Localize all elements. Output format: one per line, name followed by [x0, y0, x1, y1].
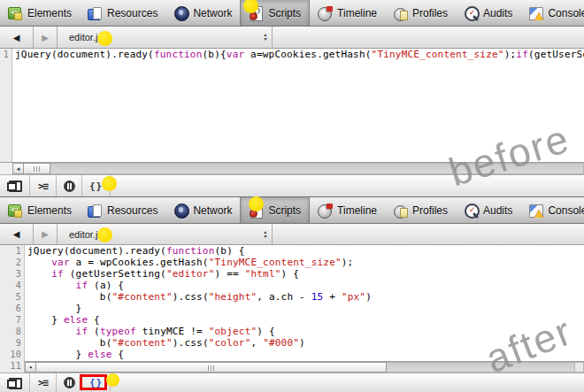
code-line: 8 if (typeof tinyMCE != "object") { — [0, 326, 584, 337]
tab-console[interactable]: Console — [520, 197, 584, 223]
resources-icon — [88, 6, 103, 20]
forward-icon: ▶ — [42, 229, 49, 239]
back-button[interactable]: ◀ — [0, 27, 33, 48]
tab-label: Audits — [483, 204, 512, 217]
devtools-panel-before: ElementsResourcesNetworkScriptsTimelineP… — [0, 0, 584, 196]
resources-icon — [88, 204, 103, 218]
tab-label: Console — [548, 204, 584, 217]
code-text: } — [24, 303, 81, 314]
dock-side-button[interactable] — [0, 175, 29, 196]
scrollbar-thumb[interactable] — [24, 163, 50, 174]
line-number[interactable]: 7 — [0, 314, 24, 326]
scrollbar-thumb[interactable] — [36, 362, 387, 373]
code-text: jQuery(document).ready(function(b){var a… — [12, 49, 584, 60]
tab-label: Profiles — [412, 204, 448, 217]
scrollbar-left-arrow[interactable]: ◂ — [25, 362, 36, 373]
tab-resources[interactable]: Resources — [80, 197, 165, 223]
audits-icon — [464, 204, 479, 218]
file-selector[interactable]: editor.js ▴▾ — [58, 224, 272, 244]
line-number[interactable]: 8 — [0, 326, 24, 337]
curly-braces-icon: {} — [89, 181, 103, 192]
pause-on-exceptions-button[interactable] — [57, 373, 81, 392]
tab-label: Elements — [27, 204, 72, 217]
code-line: 1jQuery(document).ready(function(b) { — [0, 245, 584, 257]
source-code-viewer[interactable]: 1jQuery(document).ready(function(b) {2 v… — [0, 245, 584, 373]
dock-side-button[interactable] — [0, 373, 29, 392]
tab-label: Scripts — [268, 7, 301, 19]
script-file-bar: ◀ ▶ editor.js ▴▾ — [0, 224, 584, 245]
tab-timeline[interactable]: Timeline — [310, 197, 385, 223]
annotation-dot-pretty-print-before — [102, 176, 117, 191]
code-text: b("#content").css("height", a.ch - 15 + … — [24, 291, 372, 303]
tab-label: Scripts — [268, 204, 301, 217]
tab-label: Elements — [27, 7, 72, 19]
devtools-tab-bar: ElementsResourcesNetworkScriptsTimelineP… — [0, 0, 584, 27]
tab-resources[interactable]: Resources — [80, 0, 165, 26]
profiles-icon — [393, 204, 408, 218]
scrollbar-corner — [575, 362, 584, 373]
tab-timeline[interactable]: Timeline — [310, 0, 385, 26]
tab-audits[interactable]: Audits — [456, 197, 520, 223]
console-icon — [528, 204, 543, 218]
code-text: if (typeof tinyMCE != "object") { — [24, 326, 275, 337]
elements-icon — [8, 6, 23, 20]
tab-label: Resources — [107, 204, 158, 217]
file-select-spinner-icon: ▴▾ — [264, 33, 266, 42]
forward-button[interactable]: ▶ — [34, 224, 57, 244]
code-text: var a = wpCookies.getHash("TinyMCE_conte… — [24, 257, 353, 268]
source-code-viewer[interactable]: 1jQuery(document).ready(function(b){var … — [0, 49, 584, 162]
tab-profiles[interactable]: Profiles — [385, 197, 456, 223]
code-line: 7 } else { — [0, 314, 584, 326]
tab-elements[interactable]: Elements — [0, 197, 80, 223]
line-number[interactable]: 10 — [0, 349, 24, 360]
tab-network[interactable]: Network — [165, 197, 240, 223]
tab-audits[interactable]: Audits — [456, 0, 520, 26]
tab-console[interactable]: Console — [520, 0, 584, 26]
back-icon: ◀ — [13, 33, 20, 42]
elements-icon — [8, 204, 23, 218]
tab-profiles[interactable]: Profiles — [385, 0, 456, 26]
timeline-icon — [318, 204, 333, 218]
line-number[interactable]: 6 — [0, 303, 24, 314]
devtools-before-after-comparison: ElementsResourcesNetworkScriptsTimelineP… — [0, 0, 584, 392]
dock-icon — [7, 378, 22, 388]
tab-label: Profiles — [412, 7, 448, 19]
scrollbar-track[interactable] — [50, 163, 584, 174]
file-bar-spacer — [273, 27, 584, 48]
pause-on-exceptions-button[interactable] — [57, 175, 81, 196]
scrollbar-left-arrow[interactable]: ◂ — [12, 163, 24, 174]
annotation-dot-file-name-after — [97, 227, 112, 242]
scrollbar-track[interactable] — [387, 362, 575, 373]
horizontal-scrollbar: ◂ — [25, 361, 584, 373]
file-select-spinner-icon: ▴▾ — [264, 230, 266, 239]
forward-button[interactable]: ▶ — [34, 27, 57, 48]
network-icon — [173, 6, 188, 20]
console-icon — [528, 6, 543, 20]
tab-elements[interactable]: Elements — [0, 0, 80, 26]
timeline-icon — [318, 6, 333, 20]
tab-network[interactable]: Network — [165, 0, 240, 26]
annotation-dot-scripts-tab-after — [249, 196, 264, 211]
code-line: 1jQuery(document).ready(function(b){var … — [0, 49, 584, 60]
line-number[interactable]: 3 — [0, 268, 24, 280]
devtools-tab-bar: ElementsResourcesNetworkScriptsTimelineP… — [0, 196, 584, 224]
console-drawer-button[interactable]: >≡ — [30, 175, 56, 196]
line-number[interactable]: 5 — [0, 291, 24, 303]
line-number[interactable]: 1 — [0, 245, 24, 257]
pause-icon — [64, 181, 75, 192]
line-number[interactable]: 4 — [0, 280, 24, 291]
code-line: 10 } else { — [0, 349, 584, 360]
back-button[interactable]: ◀ — [0, 224, 33, 244]
file-selector[interactable]: editor.js ▴▾ — [58, 27, 272, 48]
back-icon: ◀ — [13, 229, 20, 239]
tab-label: Resources — [107, 7, 158, 19]
line-number[interactable]: 11 — [0, 360, 24, 372]
line-number[interactable]: 9 — [0, 337, 24, 349]
annotation-red-box — [80, 374, 107, 390]
line-number[interactable]: 1 — [0, 49, 12, 60]
console-drawer-button[interactable]: >≡ — [30, 373, 56, 392]
devtools-panel-after: ElementsResourcesNetworkScriptsTimelineP… — [0, 196, 584, 392]
tab-label: Network — [193, 7, 232, 19]
audits-icon — [464, 6, 479, 20]
line-number[interactable]: 2 — [0, 257, 24, 268]
